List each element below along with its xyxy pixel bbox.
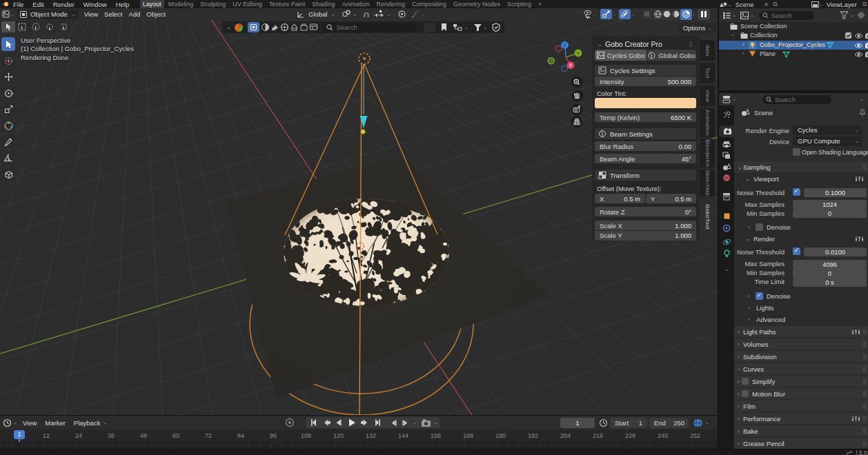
svg-text:Y: Y [577,51,580,56]
svg-text:Z: Z [564,43,566,48]
svg-text:X: X [569,63,573,68]
